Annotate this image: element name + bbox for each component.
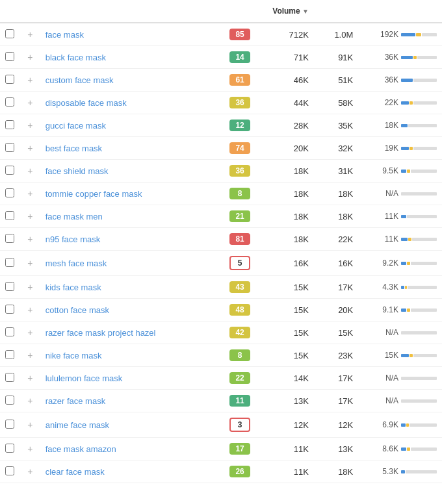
keyword-link[interactable]: tommie copper face mask xyxy=(46,189,142,199)
keyword-link[interactable]: face mask xyxy=(46,30,84,40)
keyword-link[interactable]: razer face mask xyxy=(46,396,105,406)
add-keyword-icon[interactable]: + xyxy=(27,143,32,153)
add-keyword-icon[interactable]: + xyxy=(27,29,32,40)
clicks-value: 22K xyxy=(374,98,398,107)
keyword-link[interactable]: best face mask xyxy=(46,144,102,153)
global-value: 22K xyxy=(314,228,358,251)
keyword-link[interactable]: n95 face mask xyxy=(46,234,101,244)
row-checkbox[interactable] xyxy=(5,350,14,359)
clicks-bar xyxy=(401,262,437,265)
row-checkbox[interactable] xyxy=(5,396,14,405)
row-checkbox[interactable] xyxy=(5,52,14,61)
keyword-link[interactable]: disposable face mask xyxy=(46,98,127,108)
bar-gray-segment xyxy=(413,147,437,150)
row-checkbox[interactable] xyxy=(5,466,14,475)
row-checkbox[interactable] xyxy=(5,258,14,267)
keyword-link[interactable]: razer face mask project hazel xyxy=(46,328,156,338)
row-checkbox[interactable] xyxy=(5,75,14,84)
global-value: 35K xyxy=(314,114,358,137)
row-checkbox[interactable] xyxy=(5,305,14,314)
add-keyword-icon[interactable]: + xyxy=(27,120,32,131)
keyword-link[interactable]: cotton face mask xyxy=(46,305,109,315)
bar-blue-segment xyxy=(401,286,404,289)
header-volume[interactable]: Volume ▼ xyxy=(262,0,314,23)
clicks-bar xyxy=(401,56,437,59)
keyword-link[interactable]: lululemon face mask xyxy=(46,373,123,383)
global-value: 31K xyxy=(314,160,358,183)
row-checkbox[interactable] xyxy=(5,120,14,129)
add-keyword-icon[interactable]: + xyxy=(27,282,32,292)
keyword-link[interactable]: kids face mask xyxy=(46,283,101,292)
bar-blue-segment xyxy=(401,215,406,218)
volume-value: 11K xyxy=(262,438,314,460)
row-checkbox[interactable] xyxy=(5,211,14,220)
add-keyword-icon[interactable]: + xyxy=(27,52,32,62)
add-keyword-icon[interactable]: + xyxy=(27,350,32,360)
volume-value: 71K xyxy=(262,46,314,69)
add-keyword-icon[interactable]: + xyxy=(27,258,32,268)
clicks-bar xyxy=(401,147,437,150)
table-row: +face mask amazon1711K13K8.6K xyxy=(0,438,442,460)
bar-gray-segment xyxy=(408,286,437,289)
global-value: 1.0M xyxy=(314,23,358,46)
row-checkbox[interactable] xyxy=(5,29,14,38)
bar-blue-segment xyxy=(401,354,409,357)
add-keyword-icon[interactable]: + xyxy=(27,166,32,176)
global-value: 20K xyxy=(314,299,358,321)
row-checkbox[interactable] xyxy=(5,373,14,382)
bar-blue-segment xyxy=(401,147,409,150)
keyword-link[interactable]: gucci face mask xyxy=(46,121,106,131)
bar-gray-segment xyxy=(401,331,437,334)
bar-yellow-segment xyxy=(408,238,411,241)
row-checkbox[interactable] xyxy=(5,188,14,197)
add-keyword-icon[interactable]: + xyxy=(27,444,32,454)
bar-gray-segment xyxy=(407,215,437,218)
add-keyword-icon[interactable]: + xyxy=(27,75,32,85)
table-row: +tommie copper face mask818K18KN/A xyxy=(0,183,442,205)
bar-gray-segment xyxy=(422,33,437,36)
row-checkbox[interactable] xyxy=(5,143,14,152)
clicks-bar xyxy=(401,470,437,473)
keyword-link[interactable]: anime face mask xyxy=(46,420,109,430)
keyword-link[interactable]: black face mask xyxy=(46,53,106,62)
add-keyword-icon[interactable]: + xyxy=(27,373,32,383)
row-checkbox[interactable] xyxy=(5,444,14,453)
row-checkbox[interactable] xyxy=(5,282,14,291)
clicks-bar xyxy=(401,124,437,127)
clicks-bar xyxy=(401,238,437,241)
add-keyword-icon[interactable]: + xyxy=(27,211,32,221)
clicks-value: 4.3K xyxy=(374,283,398,292)
header-checkbox xyxy=(0,0,22,23)
keyword-link[interactable]: custom face mask xyxy=(46,75,114,85)
row-checkbox[interactable] xyxy=(5,234,14,243)
bar-gray-segment xyxy=(411,309,437,312)
add-keyword-icon[interactable]: + xyxy=(27,327,32,338)
keyword-link[interactable]: mesh face mask xyxy=(46,258,107,268)
keyword-link[interactable]: nike face mask xyxy=(46,351,102,360)
add-keyword-icon[interactable]: + xyxy=(27,97,32,108)
bar-yellow-segment xyxy=(407,309,410,312)
add-keyword-icon[interactable]: + xyxy=(27,396,32,406)
add-keyword-icon[interactable]: + xyxy=(27,420,32,430)
keyword-link[interactable]: face mask amazon xyxy=(46,444,116,454)
bar-yellow-segment xyxy=(407,447,410,451)
clicks-value: 11K xyxy=(374,212,398,221)
global-value: 17K xyxy=(314,367,358,390)
table-row: +nike face mask815K23K15K xyxy=(0,344,442,367)
keyword-link[interactable]: clear face mask xyxy=(46,467,105,477)
add-keyword-icon[interactable]: + xyxy=(27,188,32,199)
bar-gray-segment xyxy=(411,447,437,451)
volume-value: 712K xyxy=(262,23,314,46)
keyword-link[interactable]: face shield mask xyxy=(46,166,109,176)
row-checkbox[interactable] xyxy=(5,420,14,429)
add-keyword-icon[interactable]: + xyxy=(27,234,32,244)
clicks-bar xyxy=(401,309,437,312)
row-checkbox[interactable] xyxy=(5,97,14,107)
add-keyword-icon[interactable]: + xyxy=(27,466,32,477)
table-row: +anime face mask312K12K6.9K xyxy=(0,412,442,438)
clicks-bar xyxy=(401,192,437,195)
add-keyword-icon[interactable]: + xyxy=(27,305,32,315)
keyword-link[interactable]: face mask men xyxy=(46,212,103,221)
row-checkbox[interactable] xyxy=(5,327,14,336)
row-checkbox[interactable] xyxy=(5,166,14,175)
